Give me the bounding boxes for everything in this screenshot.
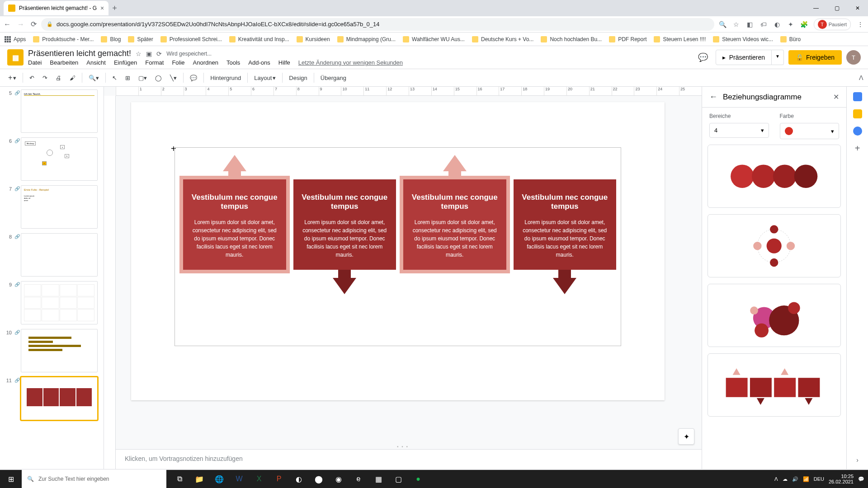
- bookmark-item[interactable]: Deutsche Kurs + Vo...: [472, 36, 533, 42]
- image-tool[interactable]: ▢▾: [135, 72, 151, 84]
- menu-insert[interactable]: Einfügen: [114, 59, 137, 66]
- paint-format-button[interactable]: 🖌: [66, 72, 79, 84]
- tray-chevron-icon[interactable]: ᐱ: [774, 476, 778, 482]
- profile-pause-chip[interactable]: T Pausiert: [814, 19, 851, 30]
- chrome-menu-icon[interactable]: ⋮: [856, 20, 864, 28]
- word-icon[interactable]: W: [230, 470, 249, 488]
- zoom-icon[interactable]: 🔍: [719, 20, 727, 28]
- design-button[interactable]: Design: [285, 72, 311, 84]
- extension-icon[interactable]: ◧: [746, 20, 754, 28]
- wifi-icon[interactable]: 📶: [803, 476, 809, 482]
- menu-arrange[interactable]: Anordnen: [193, 59, 218, 66]
- shape-tool[interactable]: ◯: [151, 72, 165, 84]
- comment-tool[interactable]: 💬: [186, 72, 201, 84]
- bookmark-item[interactable]: Blog: [101, 36, 121, 42]
- print-button[interactable]: 🖨: [52, 72, 65, 84]
- bookmark-item[interactable]: Noch hochladen Bu...: [541, 36, 602, 42]
- menu-help[interactable]: Hilfe: [278, 59, 290, 66]
- diagram-template[interactable]: [708, 145, 841, 208]
- extension-icon-3[interactable]: ◐: [773, 20, 781, 28]
- bookmark-item[interactable]: Wahlfächer WU Aus...: [403, 36, 465, 42]
- speaker-notes[interactable]: Klicken, um Vortragsnotizen hinzuzufügen: [116, 449, 702, 469]
- collapse-rail-icon[interactable]: ›: [856, 456, 859, 464]
- close-tab-icon[interactable]: ×: [100, 5, 104, 12]
- menu-tools[interactable]: Tools: [226, 59, 240, 66]
- diagram-card[interactable]: Vestibulum nec congue tempus Lorem ipsum…: [293, 179, 396, 270]
- menu-slide[interactable]: Folie: [172, 59, 184, 66]
- close-window-icon[interactable]: ✕: [847, 0, 868, 16]
- color-select[interactable]: ▾: [780, 123, 840, 139]
- edge2-icon[interactable]: e: [349, 470, 368, 488]
- forward-icon[interactable]: →: [17, 20, 24, 28]
- zoom-button[interactable]: 🔍▾: [85, 72, 103, 84]
- areas-select[interactable]: 4▾: [709, 123, 769, 138]
- select-tool[interactable]: ↖: [108, 72, 121, 84]
- star-outline-icon[interactable]: ☆: [136, 50, 142, 57]
- reload-icon[interactable]: ⟳: [31, 20, 37, 28]
- share-button[interactable]: 🔒 Freigeben: [788, 50, 842, 65]
- bookmark-item[interactable]: Kursideen: [297, 36, 330, 42]
- edge-icon[interactable]: 🌐: [210, 470, 229, 488]
- account-avatar[interactable]: T: [846, 50, 861, 65]
- explore-button[interactable]: ✦: [678, 428, 694, 445]
- slide-thumbnails[interactable]: 5🔗Ich bin Teurzt. 6🔗Mindmapabc 7🔗Erste F…: [0, 87, 104, 469]
- extensions-menu-icon[interactable]: 🧩: [800, 20, 808, 28]
- close-panel-icon[interactable]: ✕: [833, 93, 839, 101]
- browser-tab[interactable]: Präsentieren leicht gemacht! - G ×: [4, 1, 108, 15]
- notes-resize-handle[interactable]: • • •: [397, 444, 409, 449]
- slide-thumb[interactable]: [21, 329, 98, 372]
- textbox-tool[interactable]: ⊞: [122, 72, 134, 84]
- back-arrow-icon[interactable]: ←: [709, 92, 717, 102]
- slide-thumb[interactable]: [21, 281, 98, 324]
- background-button[interactable]: Hintergrund: [207, 72, 245, 84]
- slide-thumb[interactable]: [21, 233, 98, 277]
- move-folder-icon[interactable]: ▣: [146, 50, 152, 57]
- extension-icon-4[interactable]: ✦: [787, 20, 795, 28]
- excel-icon[interactable]: X: [250, 470, 269, 488]
- diagram-template-selected[interactable]: [708, 353, 841, 417]
- transition-button[interactable]: Übergang: [317, 72, 350, 84]
- collapse-toolbar-icon[interactable]: ᐱ: [859, 74, 863, 81]
- menu-edit[interactable]: Bearbeiten: [50, 59, 78, 66]
- tasks-addon-icon[interactable]: [853, 127, 862, 136]
- line-tool[interactable]: ╲▾: [166, 72, 180, 84]
- bookmark-item[interactable]: Produktsuche - Mer...: [33, 36, 94, 42]
- app-icon[interactable]: ◐: [289, 470, 308, 488]
- menu-addons[interactable]: Add-ons: [248, 59, 270, 66]
- taskbar-search[interactable]: 🔍 Zur Suche Text hier eingeben: [22, 470, 166, 488]
- redo-button[interactable]: ↷: [39, 72, 51, 84]
- menu-view[interactable]: Ansicht: [86, 59, 106, 66]
- minimize-icon[interactable]: —: [806, 0, 826, 16]
- slide-thumb-selected[interactable]: [21, 377, 98, 420]
- bookmark-item[interactable]: Professionell Schrei...: [160, 36, 222, 42]
- slide-thumb[interactable]: Mindmapabc: [21, 137, 98, 181]
- clock-time[interactable]: 10:25: [829, 474, 854, 479]
- notepad-icon[interactable]: ▢: [389, 470, 408, 488]
- notifications-icon[interactable]: 💬: [858, 476, 864, 482]
- language-indicator[interactable]: DEU: [814, 476, 824, 482]
- bookmark-item[interactable]: Steuern Videos wic...: [713, 36, 773, 42]
- onedrive-icon[interactable]: ☁: [783, 476, 788, 482]
- volume-icon[interactable]: 🔊: [792, 476, 798, 482]
- slide-thumb[interactable]: Erste Folie - BeispielLorem ipsumdolor s…: [21, 185, 98, 229]
- powerpoint-icon[interactable]: P: [269, 470, 288, 488]
- back-icon[interactable]: ←: [4, 20, 11, 28]
- clock-date[interactable]: 26.02.2021: [829, 479, 854, 484]
- add-addon-icon[interactable]: +: [853, 144, 862, 153]
- slides-logo-icon[interactable]: ▦: [7, 49, 24, 66]
- slide-thumb[interactable]: Ich bin Teurzt.: [21, 89, 98, 133]
- bookmark-item[interactable]: PDF Report: [609, 36, 646, 42]
- diagram-card[interactable]: Vestibulum nec congue tempus Lorem ipsum…: [514, 179, 617, 270]
- apps-bookmark[interactable]: Apps: [5, 36, 26, 42]
- obs-icon[interactable]: ⬤: [309, 470, 328, 488]
- undo-button[interactable]: ↶: [26, 72, 38, 84]
- star-icon[interactable]: ☆: [732, 20, 741, 28]
- comments-button[interactable]: 💬: [695, 49, 711, 66]
- diagram-card[interactable]: Vestibulum nec congue tempus Lorem ipsum…: [179, 176, 290, 273]
- file-explorer-icon[interactable]: 📁: [190, 470, 209, 488]
- keep-addon-icon[interactable]: [853, 109, 862, 118]
- address-bar[interactable]: 🔒 docs.google.com/presentation/d/1yV372S…: [41, 18, 714, 31]
- present-dropdown[interactable]: ▼: [772, 50, 784, 65]
- spotify-icon[interactable]: ●: [409, 470, 428, 488]
- chrome-icon[interactable]: ◉: [329, 470, 348, 488]
